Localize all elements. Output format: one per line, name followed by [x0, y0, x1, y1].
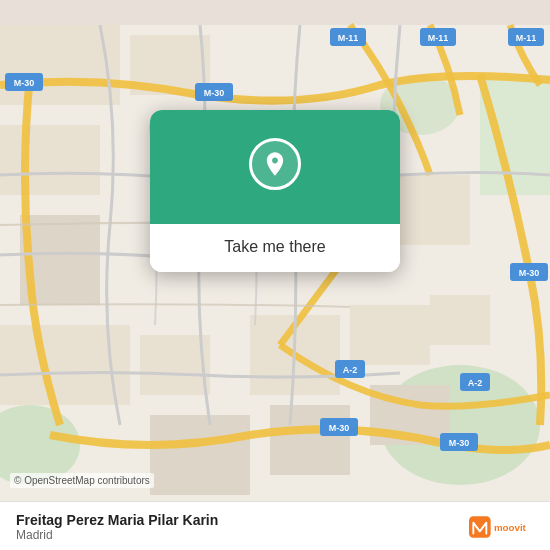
svg-text:M-11: M-11 [338, 33, 359, 43]
moovit-logo: moovit [469, 513, 534, 541]
svg-text:M-30: M-30 [329, 423, 350, 433]
svg-rect-13 [430, 295, 490, 345]
svg-text:A-2: A-2 [468, 378, 483, 388]
card-overlay: Take me there [150, 110, 400, 272]
svg-rect-39 [469, 516, 491, 538]
map-container: M-30 M-30 M-11 M-11 M-11 M-30 A-2 A-2 M-… [0, 0, 550, 550]
svg-text:M-30: M-30 [14, 78, 35, 88]
svg-rect-17 [270, 405, 350, 475]
location-info: Freitag Perez Maria Pilar Karin Madrid [16, 512, 218, 542]
location-city: Madrid [16, 528, 218, 542]
svg-text:M-30: M-30 [519, 268, 540, 278]
svg-rect-3 [480, 75, 550, 195]
card-green-area [150, 110, 400, 224]
svg-rect-16 [150, 415, 250, 495]
svg-text:M-11: M-11 [428, 33, 449, 43]
take-me-there-label: Take me there [224, 238, 325, 255]
map-background: M-30 M-30 M-11 M-11 M-11 M-30 A-2 A-2 M-… [0, 0, 550, 550]
svg-rect-10 [140, 335, 210, 395]
svg-text:M-30: M-30 [449, 438, 470, 448]
svg-rect-12 [350, 305, 430, 365]
take-me-there-button[interactable]: Take me there [150, 224, 400, 272]
bottom-bar: Freitag Perez Maria Pilar Karin Madrid m… [0, 501, 550, 550]
copyright-text: © OpenStreetMap contributors [10, 473, 154, 488]
svg-text:M-11: M-11 [516, 33, 537, 43]
svg-rect-7 [0, 125, 100, 195]
location-pin-icon [249, 138, 301, 190]
svg-text:A-2: A-2 [343, 365, 358, 375]
svg-text:moovit: moovit [494, 522, 527, 533]
svg-text:M-30: M-30 [204, 88, 225, 98]
location-name: Freitag Perez Maria Pilar Karin [16, 512, 218, 528]
